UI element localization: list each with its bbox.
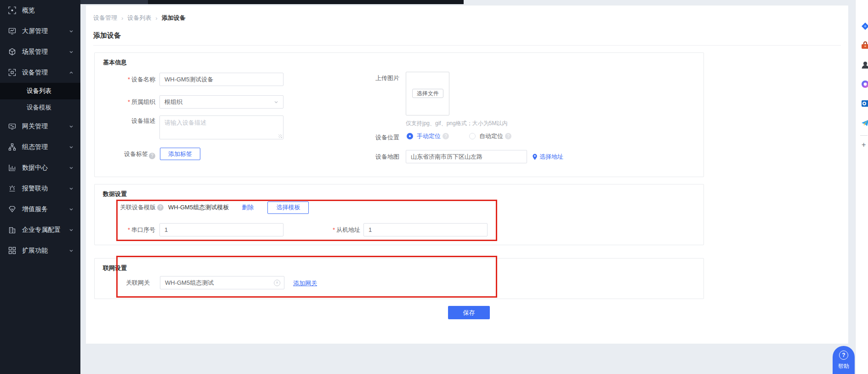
device-map-label: 设备地图 [340, 150, 399, 163]
location-pin-icon [532, 154, 538, 160]
auto-position-option[interactable]: 自动定位 [479, 132, 503, 140]
sidebar-item-config-mgmt[interactable]: 组态管理 [0, 137, 80, 157]
sidebar-item-value-added-services[interactable]: 增值服务 [0, 199, 80, 219]
sidebar-item-label: 网关管理 [22, 122, 48, 131]
linked-template-row: 关联设备模版 WH-GM5组态测试模板 删除 选择模板 [120, 201, 309, 214]
device-tag-label: 设备标签 [95, 148, 155, 160]
sidebar-item-data-center[interactable]: 数据中心 [0, 157, 80, 178]
help-button[interactable]: ? 帮助 [833, 346, 855, 374]
add-tag-button[interactable]: 添加标签 [160, 148, 200, 160]
upload-hint: 仅支持jpg、gif、png格式；大小为5M以内 [406, 120, 507, 127]
sidebar-item-enterprise-config[interactable]: 企业专属配置 [0, 219, 80, 240]
blue-app-icon[interactable] [861, 22, 868, 30]
linked-gateway-input[interactable] [160, 276, 284, 289]
device-position-radio-group: 手动定位 自动定位 [407, 132, 511, 140]
serial-number-input[interactable] [159, 223, 284, 236]
basic-info-section: 基本信息 *设备名称 *所属组织 根组织 设备描述 [94, 52, 704, 177]
help-button-label: 帮助 [838, 362, 849, 370]
auto-position-radio[interactable] [469, 133, 476, 139]
breadcrumb-item-device-list[interactable]: 设备列表 [127, 14, 151, 22]
data-settings-title: 数据设置 [103, 190, 127, 198]
info-icon[interactable] [157, 204, 164, 211]
sidebar-item-extensions[interactable]: 扩展功能 [0, 240, 80, 261]
sidebar-item-label: 设备管理 [22, 69, 48, 77]
slave-address-label: *从机地址 [301, 223, 360, 236]
chevron-down-icon [69, 207, 74, 212]
sidebar-sub-label: 设备列表 [27, 87, 51, 95]
linked-gateway-label: 关联网关 [95, 276, 150, 289]
info-icon[interactable] [149, 153, 155, 159]
chevron-down-icon [69, 186, 74, 191]
linked-template-label: 关联设备模版 [120, 203, 156, 212]
required-mark: * [128, 76, 130, 83]
upload-image-label: 上传图片 [340, 74, 399, 82]
question-mark-icon: ? [839, 351, 848, 360]
top-strip-active-tab [80, 0, 148, 4]
required-mark: * [128, 226, 130, 233]
extension-icon [8, 247, 16, 254]
data-settings-section: 数据设置 关联设备模版 WH-GM5组态测试模板 删除 选择模板 *串口序号 *… [94, 184, 704, 245]
toolbox-icon[interactable] [861, 41, 868, 50]
avatar-icon[interactable] [861, 61, 868, 69]
sidebar-item-screen-mgmt[interactable]: 大屏管理 [0, 21, 80, 41]
plus-icon[interactable]: + [862, 141, 866, 149]
info-icon[interactable] [505, 133, 511, 139]
chevron-up-icon [69, 70, 74, 75]
sidebar-item-label: 增值服务 [22, 205, 48, 213]
device-desc-textarea[interactable] [159, 115, 284, 139]
organization-select[interactable]: 根组织 [159, 95, 284, 109]
serial-number-label: *串口序号 [95, 223, 155, 236]
manual-position-radio[interactable] [407, 133, 413, 139]
select-template-button[interactable]: 选择模板 [267, 201, 309, 214]
data-center-icon [8, 164, 16, 172]
device-map-input[interactable] [406, 150, 527, 163]
sidebar-sub-label: 设备模板 [27, 104, 51, 112]
sidebar-sub-device-template[interactable]: 设备模板 [0, 99, 80, 116]
sidebar-item-label: 扩展功能 [22, 247, 48, 255]
sidebar-item-scene-mgmt[interactable]: 场景管理 [0, 41, 80, 62]
sidebar-item-label: 概览 [22, 6, 35, 15]
chevron-down-icon [274, 100, 278, 104]
choose-file-button[interactable]: 选择文件 [412, 89, 443, 98]
page-title: 添加设备 [93, 31, 121, 40]
chevron-down-icon [69, 228, 74, 232]
linked-gateway-field [160, 276, 284, 289]
choose-address-link[interactable]: 选择地址 [532, 150, 563, 163]
delete-template-link[interactable]: 删除 [242, 203, 254, 212]
sidebar-item-label: 报警联动 [22, 184, 48, 193]
sidebar-item-overview[interactable]: 概览 [0, 0, 80, 21]
sidebar-item-label: 数据中心 [22, 164, 48, 172]
outlook-icon[interactable] [861, 99, 868, 108]
app-root: 概览 大屏管理 场景管理 设备管理 设备列表 设备模板 网关管理 [0, 0, 868, 374]
device-desc-wrapper [159, 115, 284, 139]
device-position-label: 设备位置 [340, 133, 399, 142]
gateway-icon [8, 122, 16, 130]
sidebar-item-device-mgmt[interactable]: 设备管理 [0, 62, 80, 83]
scene-icon [8, 48, 16, 56]
top-strip [80, 0, 464, 4]
config-icon [8, 143, 16, 151]
paperplane-icon[interactable] [861, 119, 868, 127]
alarm-icon [8, 184, 16, 192]
sidebar-sub-device-list[interactable]: 设备列表 [0, 83, 80, 99]
breadcrumb-separator: › [121, 15, 123, 22]
sidebar-item-label: 场景管理 [22, 48, 48, 56]
clear-icon[interactable] [274, 280, 280, 286]
info-icon[interactable] [443, 133, 449, 139]
sidebar-item-alarm-linkage[interactable]: 报警联动 [0, 178, 80, 199]
overview-icon [8, 6, 16, 14]
upload-dropzone[interactable]: 选择文件 [406, 72, 449, 115]
sidebar-item-label: 企业专属配置 [22, 226, 61, 234]
manual-position-option[interactable]: 手动定位 [417, 132, 441, 140]
device-name-input[interactable] [159, 73, 284, 86]
sidebar-item-label: 大屏管理 [22, 27, 48, 35]
slave-address-input[interactable] [363, 223, 488, 236]
device-icon [8, 69, 16, 76]
add-gateway-link[interactable]: 添加网关 [293, 279, 317, 288]
sidebar-item-gateway-mgmt[interactable]: 网关管理 [0, 116, 80, 137]
linked-template-value: WH-GM5组态测试模板 [168, 203, 229, 212]
breadcrumb-item-device-mgmt[interactable]: 设备管理 [93, 14, 117, 22]
save-button[interactable]: 保存 [448, 306, 490, 319]
copilot-icon[interactable] [861, 80, 868, 88]
edge-divider [860, 135, 868, 136]
